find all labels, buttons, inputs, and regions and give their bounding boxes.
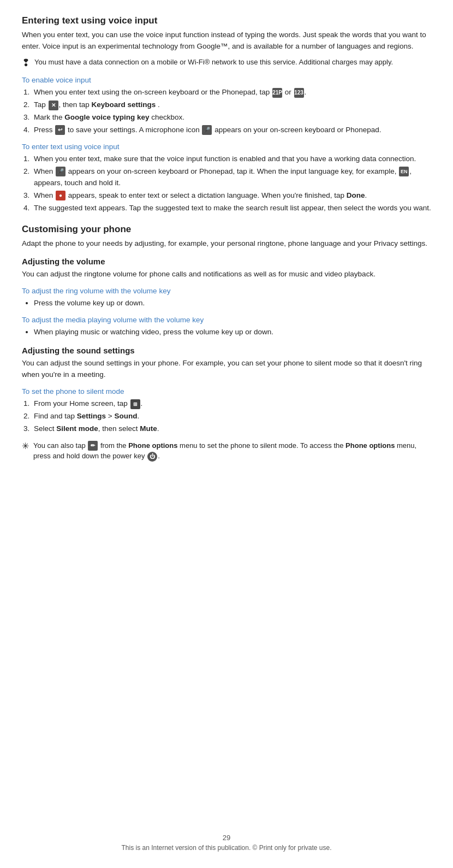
intro-adjusting-volume: You can adjust the ringtone volume for p… — [22, 269, 431, 280]
tip-box-silent: ✳ You can also tap ✏ from the Phone opti… — [22, 440, 431, 462]
link-adjust-ring-volume: To adjust the ring volume with the volum… — [22, 287, 431, 295]
heading-customising: Customising your phone — [22, 224, 431, 235]
step-2-silent: Find and tap Settings > Sound. — [32, 411, 431, 422]
heading-adjusting-sound: Adjusting the sound settings — [22, 346, 431, 355]
note-box-voice-input: ❢ You must have a data connection on a m… — [22, 57, 431, 69]
bullet-ring-volume-1: Press the volume key up or down. — [34, 298, 431, 309]
bullets-media-volume: When playing music or watching video, pr… — [34, 327, 431, 338]
icon-power: ⏻ — [147, 452, 157, 462]
steps-set-silent-mode: From your Home screen, tap ⊞. Find and t… — [32, 398, 431, 435]
link-enable-voice-input: To enable voice input — [22, 76, 431, 84]
link-enter-text-voice-input: To enter text using voice input — [22, 143, 431, 151]
icon-123: 123 — [294, 88, 304, 98]
icon-x: ✕ — [49, 101, 58, 110]
bullet-media-volume-1: When playing music or watching video, pr… — [34, 327, 431, 338]
page-footer: 29 This is an Internet version of this p… — [0, 834, 453, 852]
section-intro-voice-input: When you enter text, you can use the voi… — [22, 29, 431, 52]
step-3-enable: Mark the Google voice typing key checkbo… — [32, 112, 431, 123]
tip-icon: ✳ — [22, 441, 29, 452]
page-number: 29 — [0, 834, 453, 842]
step-1-enter: When you enter text, make sure that the … — [32, 153, 431, 165]
section-adjusting-volume: Adjusting the volume You can adjust the … — [22, 257, 431, 338]
heading-adjusting-volume: Adjusting the volume — [22, 257, 431, 266]
icon-mic: 🎤 — [202, 125, 212, 135]
step-3-enter: When ● appears, speak to enter text or s… — [32, 190, 431, 202]
icon-21p: 21P — [272, 88, 282, 98]
step-2-enable: Tap ✕, then tap Keyboard settings . — [32, 99, 431, 111]
step-1-silent: From your Home screen, tap ⊞. — [32, 398, 431, 410]
section-heading-voice-input: Entering text using voice input — [22, 15, 431, 26]
step-4-enter: The suggested text appears. Tap the sugg… — [32, 203, 431, 214]
icon-grid: ⊞ — [130, 399, 140, 409]
step-2-enter: When 🎤 appears on your on-screen keyboar… — [32, 166, 431, 189]
icon-back: ↩ — [55, 125, 65, 135]
step-1-enable: When you enter text using the on-screen … — [32, 87, 431, 98]
icon-en: EN — [399, 167, 409, 176]
icon-pencil: ✏ — [88, 441, 98, 451]
link-set-silent-mode: To set the phone to silent mode — [22, 387, 431, 395]
steps-enter-text-voice: When you enter text, make sure that the … — [32, 153, 431, 214]
tip-text-silent: You can also tap ✏ from the Phone option… — [33, 440, 431, 462]
step-4-enable: Press ↩ to save your settings. A microph… — [32, 125, 431, 136]
footer-text: This is an Internet version of this publ… — [121, 844, 331, 852]
section-customising: Customising your phone Adapt the phone t… — [22, 224, 431, 250]
icon-record: ● — [56, 191, 65, 200]
section-adjusting-sound: Adjusting the sound settings You can adj… — [22, 346, 431, 462]
intro-adjusting-sound: You can adjust the sound settings in you… — [22, 358, 431, 381]
step-3-silent: Select Silent mode, then select Mute. — [32, 423, 431, 435]
note-text-voice-input: You must have a data connection on a mob… — [34, 57, 393, 68]
exclamation-icon: ❢ — [22, 57, 30, 69]
icon-mic2: 🎤 — [56, 167, 65, 176]
page-content: Entering text using voice input When you… — [0, 0, 453, 511]
bullets-ring-volume: Press the volume key up or down. — [34, 298, 431, 309]
intro-customising: Adapt the phone to your needs by adjusti… — [22, 238, 431, 250]
link-adjust-media-volume: To adjust the media playing volume with … — [22, 316, 431, 324]
steps-enable-voice-input: When you enter text using the on-screen … — [32, 87, 431, 136]
